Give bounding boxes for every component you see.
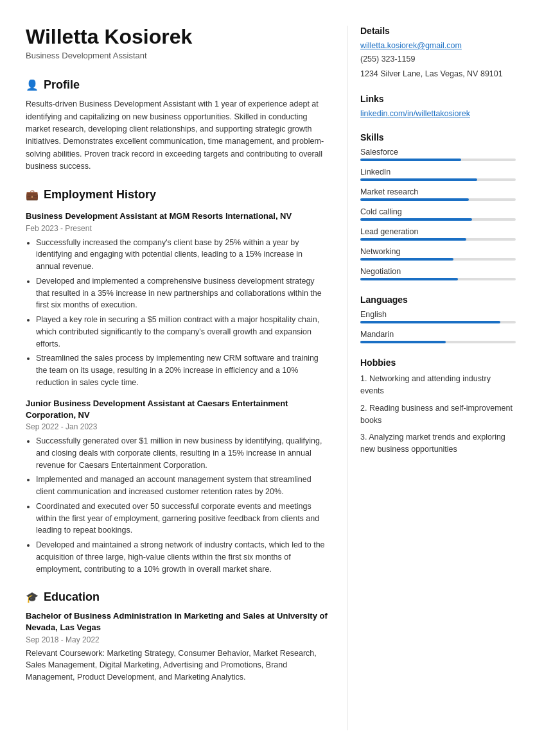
profile-text: Results-driven Business Development Assi… — [26, 98, 328, 173]
links-section-title: Links — [360, 94, 516, 104]
education-section: 🎓 Education Bachelor of Business Adminis… — [26, 590, 328, 683]
languages-section-title: Languages — [360, 295, 516, 305]
detail-phone: (255) 323-1159 — [360, 53, 516, 65]
detail-email[interactable]: willetta.kosiorek@gmail.com — [360, 41, 516, 50]
profile-icon: 👤 — [26, 79, 39, 91]
job-1-title: Business Development Assistant at MGM Re… — [26, 210, 328, 222]
skills-section: Skills Salesforce LinkedIn Market resear… — [360, 132, 516, 280]
skill-market-research: Market research — [360, 187, 516, 201]
job-2-bullet-3: Coordinated and executed over 50 success… — [36, 501, 328, 537]
edu-1-description: Relevant Coursework: Marketing Strategy,… — [26, 648, 328, 683]
lang-mandarin-bar-fill — [360, 341, 446, 343]
edu-1-degree: Bachelor of Business Administration in M… — [26, 610, 328, 633]
skill-market-research-bar-bg — [360, 198, 516, 201]
hobbies-list: 1. Networking and attending industry eve… — [360, 373, 516, 456]
lang-mandarin: Mandarin — [360, 330, 516, 343]
details-section: Details willetta.kosiorek@gmail.com (255… — [360, 26, 516, 80]
skill-negotiation: Negotiation — [360, 267, 516, 280]
job-1-bullet-4: Streamlined the sales process by impleme… — [36, 352, 328, 388]
job-2-bullet-4: Developed and maintained a strong networ… — [36, 539, 328, 575]
employment-icon: 💼 — [26, 189, 39, 201]
candidate-title: Business Development Assistant — [26, 51, 328, 60]
job-2-bullet-2: Implemented and managed an account manag… — [36, 474, 328, 498]
skill-lead-generation-bar-bg — [360, 238, 516, 241]
skill-networking: Networking — [360, 247, 516, 261]
skill-negotiation-bar-bg — [360, 278, 516, 280]
job-2-dates: Sep 2022 - Jan 2023 — [26, 422, 328, 431]
candidate-name: Willetta Kosiorek — [26, 26, 328, 48]
job-2-bullets: Successfully generated over $1 million i… — [26, 435, 328, 575]
lang-mandarin-bar-bg — [360, 341, 516, 343]
skill-cold-calling-name: Cold calling — [360, 207, 516, 216]
skill-market-research-name: Market research — [360, 187, 516, 196]
skills-section-title: Skills — [360, 132, 516, 142]
detail-address: 1234 Silver Lane, Las Vegas, NV 89101 — [360, 68, 516, 80]
skill-salesforce-bar-bg — [360, 159, 516, 161]
lang-mandarin-name: Mandarin — [360, 330, 516, 339]
employment-section: 💼 Employment History Business Developmen… — [26, 188, 328, 575]
edu-entry-1: Bachelor of Business Administration in M… — [26, 610, 328, 683]
skill-cold-calling-bar-bg — [360, 218, 516, 221]
job-1-bullets: Successfully increased the company's cli… — [26, 237, 328, 389]
lang-english-name: English — [360, 310, 516, 319]
lang-english-bar-fill — [360, 321, 500, 323]
header: Willetta Kosiorek Business Development A… — [26, 26, 328, 60]
languages-section: Languages English Mandarin — [360, 295, 516, 343]
hobbies-section-title: Hobbies — [360, 357, 516, 368]
skill-networking-bar-bg — [360, 258, 516, 261]
skill-lead-generation-bar-fill — [360, 238, 466, 241]
education-section-title: Education — [44, 590, 100, 604]
job-1-bullet-1: Successfully increased the company's cli… — [36, 237, 328, 273]
hobby-2: 2. Reading business and self-improvement… — [360, 402, 516, 427]
skill-negotiation-bar-fill — [360, 278, 458, 280]
hobbies-section: Hobbies 1. Networking and attending indu… — [360, 357, 516, 456]
hobby-3: 3. Analyzing market trends and exploring… — [360, 431, 516, 456]
skill-cold-calling-bar-fill — [360, 218, 472, 221]
skill-linkedin-bar-bg — [360, 178, 516, 181]
job-1: Business Development Assistant at MGM Re… — [26, 210, 328, 388]
skill-lead-generation: Lead generation — [360, 227, 516, 241]
education-icon: 🎓 — [26, 591, 39, 603]
links-section: Links linkedin.com/in/willettakosiorek — [360, 94, 516, 118]
skill-lead-generation-name: Lead generation — [360, 227, 516, 236]
skill-market-research-bar-fill — [360, 198, 469, 201]
employment-section-title: Employment History — [44, 188, 156, 202]
linkedin-link[interactable]: linkedin.com/in/willettakosiorek — [360, 109, 516, 118]
details-section-title: Details — [360, 26, 516, 36]
skill-networking-name: Networking — [360, 247, 516, 256]
skill-linkedin: LinkedIn — [360, 168, 516, 181]
profile-section-title: Profile — [44, 78, 80, 92]
skill-negotiation-name: Negotiation — [360, 267, 516, 276]
profile-section: 👤 Profile Results-driven Business Develo… — [26, 78, 328, 173]
job-1-bullet-2: Developed and implemented a comprehensiv… — [36, 275, 328, 311]
skill-salesforce: Salesforce — [360, 148, 516, 161]
job-2-bullet-1: Successfully generated over $1 million i… — [36, 435, 328, 471]
job-1-dates: Feb 2023 - Present — [26, 224, 328, 233]
skill-networking-bar-fill — [360, 258, 453, 261]
job-2: Junior Business Development Assistant at… — [26, 398, 328, 576]
skill-cold-calling: Cold calling — [360, 207, 516, 221]
job-2-title: Junior Business Development Assistant at… — [26, 398, 328, 421]
job-1-bullet-3: Played a key role in securing a $5 milli… — [36, 314, 328, 350]
skill-linkedin-bar-fill — [360, 178, 477, 181]
edu-1-dates: Sep 2018 - May 2022 — [26, 635, 328, 644]
lang-english-bar-bg — [360, 321, 516, 323]
skill-salesforce-name: Salesforce — [360, 148, 516, 157]
hobby-1: 1. Networking and attending industry eve… — [360, 373, 516, 397]
skill-salesforce-bar-fill — [360, 159, 461, 161]
skill-linkedin-name: LinkedIn — [360, 168, 516, 176]
lang-english: English — [360, 310, 516, 323]
